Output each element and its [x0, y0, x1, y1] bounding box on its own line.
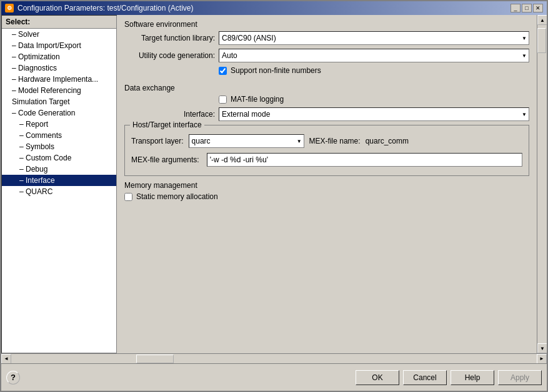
- software-environment-section: Software environment Target function lib…: [124, 20, 529, 79]
- target-function-select-wrapper: C89/C90 (ANSI) C99 (ISO) GNU99 (GNU): [219, 31, 529, 45]
- apply-button[interactable]: Apply: [498, 370, 542, 385]
- mex-file-name-value: quarc_comm: [366, 137, 409, 145]
- host-target-content: Transport layer: quarc tcpip serial_win3…: [131, 134, 522, 167]
- close-button[interactable]: ✕: [533, 4, 543, 12]
- mex-file-name-label: MEX-file name:: [309, 137, 361, 145]
- support-nonfinite-row: Support non-finite numbers: [124, 66, 529, 75]
- optimization-label: – Optimization: [4, 52, 60, 61]
- software-environment-title: Software environment: [124, 20, 529, 29]
- custom-code-label: – Custom Code: [4, 154, 71, 162]
- code-generation-label: – Code Generation: [4, 109, 75, 117]
- sidebar-item-report[interactable]: – Report: [2, 119, 116, 130]
- static-memory-checkbox[interactable]: [124, 193, 132, 201]
- debug-label: – Debug: [4, 165, 47, 174]
- hardware-label: – Hardware Implementa...: [4, 75, 98, 84]
- cancel-button[interactable]: Cancel: [403, 370, 447, 385]
- mex-file-args-input[interactable]: [207, 153, 522, 167]
- footer-left: ?: [6, 371, 20, 385]
- memory-management-title: Memory management: [124, 181, 529, 190]
- data-import-label: – Data Import/Export: [4, 41, 81, 50]
- sidebar-item-comments[interactable]: – Comments: [2, 130, 116, 141]
- utility-code-row: Utility code generation: Auto Shared loc…: [124, 49, 529, 62]
- horizontal-scrollbar: ◄ ►: [1, 353, 547, 363]
- sidebar: Select: – Solver – Data Import/Export – …: [1, 15, 117, 353]
- sidebar-item-diagnostics[interactable]: – Diagnostics: [2, 62, 116, 74]
- right-panel: Software environment Target function lib…: [117, 15, 537, 353]
- target-function-select[interactable]: C89/C90 (ANSI) C99 (ISO) GNU99 (GNU): [219, 31, 529, 45]
- host-target-groupbox: Host/Target interface Transport layer: q…: [124, 125, 529, 176]
- mat-file-label: MAT-file logging: [231, 95, 284, 104]
- target-function-row: Target function library: C89/C90 (ANSI) …: [124, 31, 529, 45]
- interface-select[interactable]: External mode None ASAP2 interface: [219, 107, 529, 121]
- sidebar-item-solver[interactable]: – Solver: [2, 29, 116, 40]
- titlebar: ⚙ Configuration Parameters: test/Configu…: [1, 1, 547, 15]
- sidebar-item-symbols[interactable]: – Symbols: [2, 141, 116, 152]
- simulation-target-label: Simulation Target: [4, 97, 70, 106]
- target-function-label: Target function library:: [124, 34, 215, 42]
- interface-field-label: Interface:: [124, 110, 215, 119]
- host-target-title: Host/Target interface: [130, 120, 204, 129]
- sidebar-item-interface[interactable]: – Interface: [2, 175, 116, 186]
- help-icon-button[interactable]: ?: [6, 371, 20, 385]
- utility-code-label: Utility code generation:: [124, 51, 215, 60]
- interface-select-wrapper: External mode None ASAP2 interface: [219, 107, 529, 121]
- report-label: – Report: [4, 120, 48, 129]
- titlebar-left: ⚙ Configuration Parameters: test/Configu…: [5, 4, 193, 12]
- mat-file-row: MAT-file logging: [124, 95, 529, 104]
- main-content-wrapper: Select: – Solver – Data Import/Export – …: [1, 15, 547, 353]
- sidebar-item-custom-code[interactable]: – Custom Code: [2, 152, 116, 164]
- memory-management-section: Memory management Static memory allocati…: [124, 181, 529, 201]
- data-exchange-title: Data exchange: [124, 84, 529, 92]
- sidebar-item-debug[interactable]: – Debug: [2, 164, 116, 175]
- sidebar-item-simulation-target[interactable]: Simulation Target: [2, 96, 116, 107]
- sidebar-item-code-generation[interactable]: – Code Generation: [2, 107, 116, 119]
- interface-nav-label: – Interface: [4, 176, 55, 185]
- support-nonfinite-checkbox[interactable]: [219, 67, 227, 75]
- sidebar-item-quarc[interactable]: – QUARC: [2, 186, 116, 197]
- help-button[interactable]: Help: [451, 370, 494, 385]
- comments-label: – Comments: [4, 131, 62, 140]
- utility-code-select[interactable]: Auto Shared location Specific location: [219, 49, 529, 62]
- mat-file-checkbox[interactable]: [219, 96, 227, 104]
- solver-label: – Solver: [4, 30, 39, 39]
- quarc-label: – QUARC: [4, 187, 52, 196]
- support-nonfinite-label: Support non-finite numbers: [231, 66, 321, 75]
- footer: ? OK Cancel Help Apply: [1, 363, 547, 391]
- scroll-up-button[interactable]: ▲: [537, 15, 547, 25]
- transport-layer-label: Transport layer:: [131, 137, 184, 145]
- hscroll-thumb: [136, 355, 174, 363]
- transport-select-wrapper: quarc tcpip serial_win32: [189, 134, 304, 148]
- titlebar-controls: _ □ ✕: [511, 4, 543, 12]
- minimize-button[interactable]: _: [511, 4, 521, 12]
- window-title: Configuration Parameters: test/Configura…: [17, 4, 193, 12]
- sidebar-item-optimization[interactable]: – Optimization: [2, 51, 116, 62]
- sidebar-item-data-import-export[interactable]: – Data Import/Export: [2, 40, 116, 51]
- scroll-down-button[interactable]: ▼: [537, 343, 547, 353]
- scroll-thumb: [537, 28, 546, 53]
- content-area: Select: – Solver – Data Import/Export – …: [1, 15, 547, 363]
- sidebar-item-hardware-implementation[interactable]: – Hardware Implementa...: [2, 74, 116, 85]
- scroll-right-button[interactable]: ►: [537, 354, 547, 364]
- static-memory-row: Static memory allocation: [124, 192, 529, 201]
- data-exchange-section: Data exchange MAT-file logging Interface…: [124, 84, 529, 205]
- main-window: ⚙ Configuration Parameters: test/Configu…: [0, 0, 548, 392]
- sidebar-header: Select:: [2, 16, 116, 29]
- static-memory-label: Static memory allocation: [136, 192, 218, 201]
- vertical-scrollbar: ▲ ▼: [537, 15, 547, 353]
- sidebar-item-model-referencing[interactable]: – Model Referencing: [2, 85, 116, 96]
- diagnostics-label: – Diagnostics: [4, 64, 57, 72]
- scroll-track[interactable]: [537, 25, 547, 343]
- utility-code-select-wrapper: Auto Shared location Specific location: [219, 49, 529, 62]
- transport-layer-select[interactable]: quarc tcpip serial_win32: [189, 134, 304, 148]
- symbols-label: – Symbols: [4, 142, 54, 151]
- mex-file-args-label: MEX-file arguments:: [131, 155, 199, 164]
- model-referencing-label: – Model Referencing: [4, 86, 81, 95]
- transport-row: Transport layer: quarc tcpip serial_win3…: [131, 134, 522, 148]
- ok-button[interactable]: OK: [356, 370, 399, 385]
- interface-row: Interface: External mode None ASAP2 inte…: [124, 107, 529, 121]
- hscroll-track[interactable]: [11, 354, 537, 364]
- app-icon: ⚙: [5, 4, 14, 12]
- scroll-left-button[interactable]: ◄: [1, 354, 11, 364]
- maximize-button[interactable]: □: [522, 4, 532, 12]
- mex-args-row: MEX-file arguments:: [131, 153, 522, 167]
